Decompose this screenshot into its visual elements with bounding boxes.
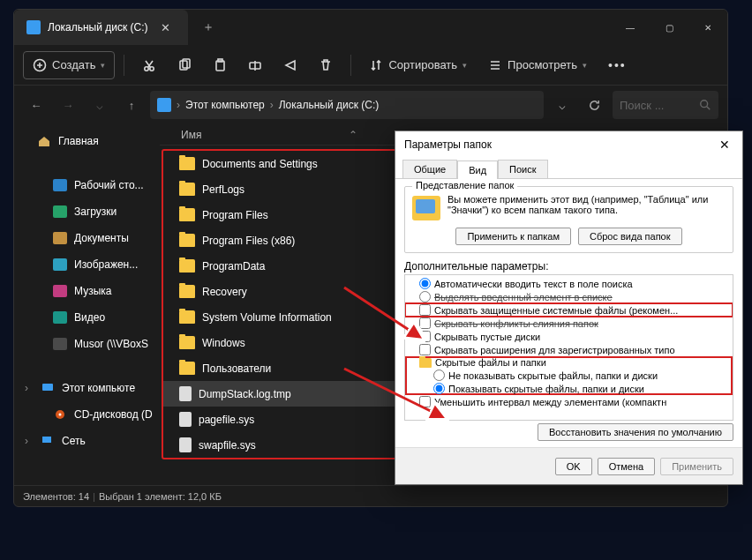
apply-button[interactable]: Применить xyxy=(660,458,733,475)
sidebar-item-desktop[interactable]: Рабочий сто... xyxy=(14,172,160,198)
rename-button[interactable] xyxy=(239,51,271,79)
file-name: Recovery xyxy=(202,286,247,298)
option-row[interactable]: Скрытые файлы и папки xyxy=(405,356,733,369)
copy-icon xyxy=(177,58,192,72)
more-button[interactable]: ••• xyxy=(599,51,635,79)
reset-folders-button[interactable]: Сброс вида папок xyxy=(578,228,682,245)
option-check[interactable] xyxy=(419,317,431,329)
ok-button[interactable]: OK xyxy=(555,458,592,475)
option-label: Не показывать скрытые файлы, папки и дис… xyxy=(448,370,658,381)
advanced-options-list[interactable]: Автоматически вводить текст в поле поиск… xyxy=(404,274,733,421)
refresh-button[interactable] xyxy=(581,92,607,118)
sort-label: Сортировать xyxy=(388,58,457,71)
folder-icon xyxy=(179,183,195,196)
view-label: Просмотреть xyxy=(508,58,577,71)
option-check[interactable] xyxy=(419,396,431,407)
search-input[interactable]: Поиск ... xyxy=(613,91,718,119)
parent-button[interactable]: ↑ xyxy=(118,92,145,118)
sidebar-item-documents[interactable]: Документы xyxy=(14,225,160,251)
maximize-icon[interactable]: ▢ xyxy=(650,10,688,45)
up-button[interactable]: ⌵ xyxy=(86,92,113,118)
file-name: System Volume Information xyxy=(202,311,332,324)
option-row[interactable]: Скрывать защищенные системные файлы (рек… xyxy=(405,303,733,317)
option-check[interactable] xyxy=(419,331,431,342)
option-check[interactable] xyxy=(419,344,431,355)
option-row[interactable]: Показывать скрытые файлы, папки и диски xyxy=(405,382,733,395)
cut-button[interactable] xyxy=(133,51,165,79)
netloc-icon xyxy=(53,338,67,350)
file-name: ProgramData xyxy=(202,260,265,273)
option-radio[interactable] xyxy=(419,291,431,302)
tab-search[interactable]: Поиск xyxy=(498,160,547,178)
sidebar-item-cd[interactable]: CD-дисковод (D xyxy=(14,401,160,428)
images-icon xyxy=(53,258,67,271)
folder-icon xyxy=(179,285,195,298)
folder-icon xyxy=(179,310,195,324)
column-name[interactable]: Имя xyxy=(181,129,305,141)
copy-button[interactable] xyxy=(169,51,200,79)
sort-indicator-icon: ⌃ xyxy=(349,129,357,141)
chevron-down-icon: ▾ xyxy=(101,61,105,70)
window-tab[interactable]: Локальный диск (C:) ✕ xyxy=(14,10,188,45)
sidebar-item-music[interactable]: Музыка xyxy=(14,278,160,304)
sidebar-item-video[interactable]: Видео xyxy=(14,304,160,331)
status-selection: Выбран 1 элемент: 12,0 КБ xyxy=(99,491,222,502)
close-icon[interactable]: ✕ xyxy=(688,10,727,45)
apply-to-folders-button[interactable]: Применить к папкам xyxy=(455,228,571,245)
delete-button[interactable] xyxy=(310,51,342,79)
breadcrumb[interactable]: › Этот компьютер › Локальный диск (C:) xyxy=(150,91,544,119)
share-icon xyxy=(283,58,297,72)
new-button[interactable]: Создать ▾ xyxy=(23,51,115,79)
forward-button[interactable]: → xyxy=(55,92,81,118)
paste-button[interactable] xyxy=(204,51,236,79)
option-row[interactable]: Скрывать пустые диски xyxy=(405,330,733,343)
dialog-tabs: Общие Вид Поиск xyxy=(395,158,742,178)
sidebar-item-downloads[interactable]: Загрузки xyxy=(14,198,160,225)
titlebar: Локальный диск (C:) ✕ ＋ ― ▢ ✕ xyxy=(14,10,727,45)
file-icon xyxy=(179,386,192,401)
tab-close-icon[interactable]: ✕ xyxy=(155,19,176,36)
sidebar-item-images[interactable]: Изображен... xyxy=(14,251,160,278)
new-tab-button[interactable]: ＋ xyxy=(188,19,229,35)
file-name: Пользователи xyxy=(202,362,271,375)
back-button[interactable]: ← xyxy=(23,92,49,118)
option-radio[interactable] xyxy=(433,383,445,394)
disk-icon xyxy=(26,20,41,34)
tab-general[interactable]: Общие xyxy=(402,160,457,178)
dialog-footer: OK Отмена Применить xyxy=(395,447,742,484)
view-button[interactable]: Просмотреть ▾ xyxy=(479,51,596,79)
option-check[interactable] xyxy=(419,304,431,316)
folder-icon xyxy=(179,259,195,273)
svg-rect-9 xyxy=(42,384,53,391)
sidebar-item-pc[interactable]: › Этот компьюте xyxy=(14,375,160,401)
sidebar-home[interactable]: Главная xyxy=(14,128,160,154)
dialog-close-icon[interactable]: ✕ xyxy=(716,138,733,152)
option-row[interactable]: Скрывать конфликты слияния папок xyxy=(405,317,733,330)
option-row[interactable]: Скрывать расширения для зарегистрированн… xyxy=(405,343,733,356)
option-row[interactable]: Выделять введенный элемент в списке xyxy=(405,290,733,303)
video-icon xyxy=(53,311,67,324)
option-row[interactable]: Не показывать скрытые файлы, папки и дис… xyxy=(405,369,733,382)
folder-icon xyxy=(179,234,195,247)
option-label: Скрывать пустые диски xyxy=(434,332,540,342)
breadcrumb-root[interactable]: Этот компьютер xyxy=(185,99,265,111)
tab-view[interactable]: Вид xyxy=(457,161,498,179)
sidebar-item-netloc[interactable]: Musor (\\VBoxS xyxy=(14,331,160,357)
disk-icon xyxy=(157,98,171,112)
cancel-button[interactable]: Отмена xyxy=(598,458,655,475)
breadcrumb-current[interactable]: Локальный диск (C:) xyxy=(279,99,380,111)
restore-defaults-button[interactable]: Восстановить значения по умолчанию xyxy=(538,423,733,441)
share-button[interactable] xyxy=(274,51,306,79)
sidebar-item-network[interactable]: › Сеть xyxy=(14,428,160,454)
option-radio[interactable] xyxy=(433,370,445,381)
option-label: Скрывать конфликты слияния папок xyxy=(434,318,598,329)
search-placeholder: Поиск ... xyxy=(620,99,664,112)
breadcrumb-dropdown[interactable]: ⌵ xyxy=(549,92,575,118)
minimize-icon[interactable]: ― xyxy=(611,10,650,45)
option-radio[interactable] xyxy=(419,278,431,289)
option-row[interactable]: Уменьшить интервал между элементами (ком… xyxy=(405,395,733,408)
svg-point-11 xyxy=(59,414,62,416)
status-count: Элементов: 14 xyxy=(23,491,89,502)
sort-button[interactable]: Сортировать ▾ xyxy=(360,51,476,79)
option-row[interactable]: Автоматически вводить текст в поле поиск… xyxy=(405,277,733,290)
